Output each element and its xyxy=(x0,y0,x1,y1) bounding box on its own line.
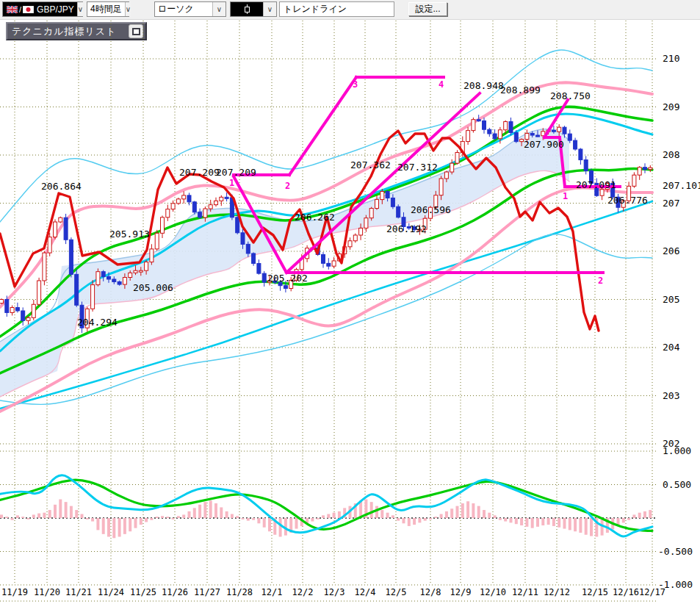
svg-text:206.192: 206.192 xyxy=(386,223,427,234)
svg-text:12/10: 12/10 xyxy=(480,587,506,597)
settings-button[interactable]: 設定... xyxy=(408,2,447,16)
svg-text:207.091: 207.091 xyxy=(576,179,616,190)
svg-text:209: 209 xyxy=(663,101,679,112)
svg-text:204.294: 204.294 xyxy=(77,317,118,328)
svg-text:4: 4 xyxy=(439,79,444,90)
pair-separator: / xyxy=(19,5,21,14)
chart-type-value: ローソク xyxy=(155,2,212,16)
svg-text:0.500: 0.500 xyxy=(663,479,691,490)
svg-text:12/4: 12/4 xyxy=(355,587,376,597)
chart-canvas[interactable]: 123421206.864205.913205.006204.294207.20… xyxy=(0,19,700,604)
svg-text:207.900: 207.900 xyxy=(524,139,564,150)
svg-text:204: 204 xyxy=(663,342,680,353)
toolbar: / GBP/JPY ∨ 4時間足 ∨ ローソク ∨ ∨ トレンドライン 設定..… xyxy=(0,0,700,20)
fx-chart-app: { "toolbar": { "pair_label": "GBP/JPY", … xyxy=(0,0,700,604)
svg-text:12/5: 12/5 xyxy=(386,587,407,597)
svg-text:11/27: 11/27 xyxy=(194,587,220,597)
svg-text:206.776: 206.776 xyxy=(607,195,648,206)
timeframe-dropdown[interactable]: 4時間足 ∨ xyxy=(87,1,129,17)
chevron-down-icon[interactable]: ∨ xyxy=(77,2,83,16)
uk-flag-icon xyxy=(7,6,18,13)
svg-text:210: 210 xyxy=(663,53,679,64)
svg-text:11/24: 11/24 xyxy=(98,587,124,597)
japan-flag-icon xyxy=(23,6,34,13)
svg-text:3: 3 xyxy=(353,79,358,90)
svg-text:12/16: 12/16 xyxy=(613,587,639,597)
currency-pair-dropdown[interactable]: / GBP/JPY ∨ xyxy=(2,1,83,17)
svg-text:1: 1 xyxy=(563,191,568,201)
svg-text:208.948: 208.948 xyxy=(463,80,504,91)
svg-text:206: 206 xyxy=(663,245,679,256)
svg-text:11/20: 11/20 xyxy=(34,587,60,597)
chevron-down-icon: ∨ xyxy=(212,2,225,16)
svg-text:207.209: 207.209 xyxy=(216,167,256,178)
drawing-tool-field[interactable]: トレンドライン xyxy=(279,1,394,17)
svg-text:12/3: 12/3 xyxy=(324,587,345,597)
svg-text:2: 2 xyxy=(598,276,603,286)
svg-text:205.913: 205.913 xyxy=(109,229,150,240)
svg-text:12/11: 12/11 xyxy=(512,587,538,597)
svg-text:203: 203 xyxy=(663,390,679,401)
svg-text:12/17: 12/17 xyxy=(639,587,665,597)
timeframe-value: 4時間足 xyxy=(87,2,125,16)
svg-text:12/2: 12/2 xyxy=(292,587,314,597)
svg-text:11/28: 11/28 xyxy=(226,587,253,597)
svg-text:11/26: 11/26 xyxy=(162,587,188,597)
svg-text:206.262: 206.262 xyxy=(295,212,335,223)
y-axis-labels: 210209208207206205204203202207.1011.0000… xyxy=(658,53,700,590)
pair-label: GBP/JPY xyxy=(37,4,74,15)
svg-text:208: 208 xyxy=(663,149,679,160)
svg-text:12/8: 12/8 xyxy=(420,587,441,597)
svg-text:207.362: 207.362 xyxy=(350,159,391,170)
svg-text:206.864: 206.864 xyxy=(41,181,82,192)
svg-text:1: 1 xyxy=(229,178,234,188)
svg-text:207.209: 207.209 xyxy=(179,167,220,178)
svg-text:12/15: 12/15 xyxy=(582,587,608,597)
svg-text:205.202: 205.202 xyxy=(267,273,308,284)
svg-text:206.596: 206.596 xyxy=(411,204,451,215)
svg-text:207.312: 207.312 xyxy=(397,162,438,173)
svg-text:2: 2 xyxy=(285,181,290,191)
candle-style-dropdown[interactable]: ∨ xyxy=(230,1,277,17)
svg-text:205: 205 xyxy=(663,294,679,305)
current-price-label: 207.101 xyxy=(663,180,700,191)
svg-text:205.006: 205.006 xyxy=(133,282,173,293)
svg-text:12/12: 12/12 xyxy=(544,587,570,597)
svg-text:11/25: 11/25 xyxy=(130,587,156,597)
svg-text:11/21: 11/21 xyxy=(65,587,92,597)
svg-text:1.000: 1.000 xyxy=(663,445,691,456)
svg-text:208.899: 208.899 xyxy=(500,85,541,96)
x-axis-labels: 11/1911/2011/2111/2411/2511/2611/2711/28… xyxy=(1,587,665,597)
svg-text:-0.500: -0.500 xyxy=(658,546,693,557)
candlestick-icon xyxy=(245,4,250,14)
svg-text:12/9: 12/9 xyxy=(450,587,472,597)
chevron-down-icon: ∨ xyxy=(125,2,131,16)
svg-text:12/1: 12/1 xyxy=(261,587,283,597)
chevron-down-icon: ∨ xyxy=(263,2,276,16)
svg-text:207: 207 xyxy=(663,198,679,209)
chart-type-dropdown[interactable]: ローソク ∨ xyxy=(154,1,226,17)
svg-text:11/19: 11/19 xyxy=(1,587,28,597)
svg-text:208.750: 208.750 xyxy=(550,90,591,101)
